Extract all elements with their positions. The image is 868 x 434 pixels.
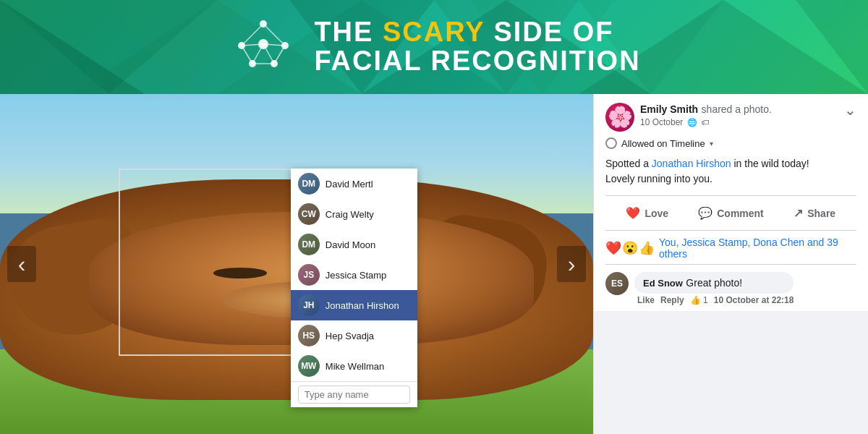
post-body: Spotted a Jonathan Hirshon in the wild t…: [605, 156, 856, 187]
person-name-jonathan-hirshon: Jonathan Hirshon: [326, 300, 399, 311]
person-item-mike-wellman[interactable]: MW Mike Wellman: [291, 351, 417, 381]
avatar-david-mertl: DM: [298, 173, 320, 195]
person-name-craig-welty: Craig Welty: [326, 209, 374, 220]
comment-reply-link[interactable]: Reply: [660, 295, 684, 305]
love-label: Love: [644, 208, 668, 219]
header-banner: THE SCARY SIDE OF FACIAL RECOGNITION: [0, 0, 868, 94]
prev-arrow[interactable]: ‹: [7, 246, 36, 282]
share-button[interactable]: ↗ Share: [773, 202, 856, 224]
post-action: shared a photo.: [702, 103, 772, 115]
avatar-jonathan-hirshon: JH: [298, 294, 320, 316]
person-search-container: [291, 381, 417, 407]
main-content: DM David Mertl CW Craig Welty DM David M…: [0, 94, 868, 434]
person-name-jessica-stamp: Jessica Stamp: [326, 270, 387, 281]
person-name-mike-wellman: Mike Wellman: [326, 361, 384, 372]
svg-line-22: [252, 44, 263, 64]
network-icon: [227, 9, 299, 85]
timeline-label: Allowed on Timeline: [621, 138, 705, 149]
title-pre: THE: [314, 17, 383, 47]
person-item-hep-svadja[interactable]: HS Hep Svadja: [291, 320, 417, 351]
post-header: Emily Smith shared a photo. 10 October 🌐…: [605, 103, 856, 132]
svg-line-23: [263, 44, 274, 64]
reactions-text[interactable]: You, Jessica Stamp, Dona Chen and 39 oth…: [659, 237, 856, 260]
person-item-jessica-stamp[interactable]: JS Jessica Stamp: [291, 260, 417, 290]
comment-text: Great photo!: [686, 277, 742, 289]
header-title: THE SCARY SIDE OF FACIAL RECOGNITION: [314, 18, 640, 76]
reaction-emojis: ❤️ 😮 👍: [605, 242, 655, 255]
share-label: Share: [807, 208, 835, 219]
next-arrow[interactable]: ›: [557, 246, 586, 282]
svg-line-24: [242, 46, 252, 64]
tag-icon: 🏷: [699, 117, 710, 127]
comment-ed-snow: ES Ed Snow Great photo! Like Reply 👍 1 1…: [605, 272, 856, 305]
avatar-craig-welty: CW: [298, 203, 320, 225]
comment-bubble: Ed Snow Great photo!: [634, 272, 793, 294]
comment-like-link[interactable]: Like: [637, 295, 655, 305]
like-emoji: 👍: [639, 242, 655, 255]
timeline-badge: Allowed on Timeline ▾: [605, 137, 856, 149]
comment-label: Comment: [717, 208, 764, 219]
post-divider: [605, 195, 856, 196]
header-content: THE SCARY SIDE OF FACIAL RECOGNITION: [227, 9, 640, 85]
comment-thumbs-count: 👍 1: [690, 295, 708, 305]
heart-emoji: ❤️: [605, 242, 621, 255]
more-options[interactable]: ⌄: [844, 103, 856, 117]
person-item-craig-welty[interactable]: CW Craig Welty: [291, 199, 417, 229]
radio-circle: [605, 137, 617, 149]
fb-post: Emily Smith shared a photo. 10 October 🌐…: [594, 94, 868, 311]
avatar-david-moon: DM: [298, 234, 320, 255]
post-meta: Emily Smith shared a photo. 10 October 🌐…: [640, 103, 838, 127]
photo-area: DM David Mertl CW Craig Welty DM David M…: [0, 94, 593, 434]
comment-author[interactable]: Ed Snow: [643, 278, 683, 289]
comment-content: Ed Snow Great photo! Like Reply 👍 1 10 O…: [634, 272, 793, 305]
title-post: SIDE OF: [485, 17, 614, 47]
facebook-panel: Emily Smith shared a photo. 10 October 🌐…: [593, 94, 868, 434]
action-buttons-row: ❤️ Love 💬 Comment ↗ Share: [605, 199, 856, 227]
poster-avatar: [605, 103, 634, 132]
person-name-david-mertl: David Mertl: [326, 179, 373, 190]
post-date: 10 October: [640, 117, 683, 127]
post-author-line: Emily Smith shared a photo.: [640, 103, 838, 116]
wow-emoji: 😮: [622, 242, 638, 255]
person-name-hep-svadja: Hep Svadja: [326, 331, 374, 341]
person-search-input[interactable]: [298, 386, 410, 404]
title-line2: FACIAL RECOGNITION: [314, 47, 640, 76]
comment-icon: 💬: [698, 206, 712, 220]
title-scary: SCARY: [383, 17, 485, 47]
comment-button[interactable]: 💬 Comment: [689, 202, 773, 224]
comment-section: ES Ed Snow Great photo! Like Reply 👍 1 1…: [605, 265, 856, 311]
poster-name[interactable]: Emily Smith: [640, 103, 698, 115]
globe-icon: 🌐: [687, 117, 697, 127]
comment-date: 10 October at 22:18: [714, 295, 794, 305]
person-item-david-mertl[interactable]: DM David Mertl: [291, 169, 417, 199]
post-date-row: 10 October 🌐 🏷: [640, 117, 838, 127]
reactions-row: ❤️ 😮 👍 You, Jessica Stamp, Dona Chen and…: [605, 230, 856, 265]
person-item-jonathan-hirshon[interactable]: JH Jonathan Hirshon: [291, 290, 417, 320]
avatar-hep-svadja: HS: [298, 325, 320, 346]
avatar-ed-snow: ES: [605, 272, 629, 295]
timeline-dropdown-arrow[interactable]: ▾: [710, 140, 713, 148]
svg-line-25: [274, 46, 285, 64]
comment-meta: Like Reply 👍 1 10 October at 22:18: [637, 295, 793, 305]
person-item-david-moon[interactable]: DM David Moon: [291, 229, 417, 260]
person-list: DM David Mertl CW Craig Welty DM David M…: [291, 169, 417, 407]
love-icon: ❤️: [626, 206, 640, 220]
privacy-icons: 🌐 🏷: [687, 117, 710, 127]
avatar-mike-wellman: MW: [298, 355, 320, 377]
person-name-david-moon: David Moon: [326, 239, 375, 250]
post-body-pre: Spotted a: [605, 158, 652, 169]
share-icon: ↗: [793, 206, 803, 220]
avatar-jessica-stamp: JS: [298, 264, 320, 286]
post-mention[interactable]: Jonathan Hirshon: [652, 158, 731, 169]
love-button[interactable]: ❤️ Love: [605, 202, 689, 224]
